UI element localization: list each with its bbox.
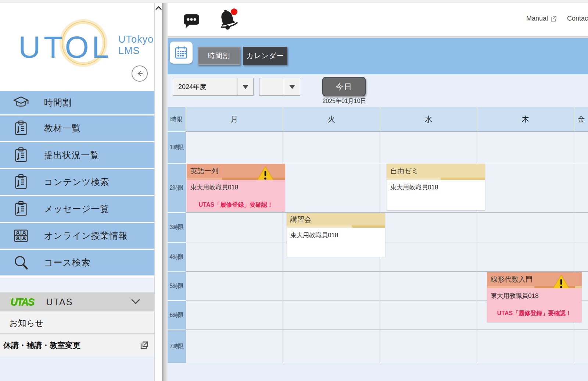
grid-cell[interactable] [477, 163, 574, 212]
sidebar-item-messages[interactable]: メッセージ一覧 [0, 196, 154, 222]
sidebar-item-label: 提出状況一覧 [44, 149, 99, 161]
course-card-seminar[interactable]: 講習会 東大用教職員018 [287, 213, 385, 257]
period-label: 4時限 [168, 242, 186, 271]
sidebar-item-notices[interactable]: お知らせ [0, 312, 154, 334]
grid-cell[interactable] [477, 132, 574, 163]
window-top-strip [0, 0, 588, 3]
grid-cell[interactable] [380, 242, 477, 271]
grid-cell[interactable] [283, 163, 380, 212]
sidebar-item-online-class-info[interactable]: オンライン授業情報 [0, 223, 154, 249]
sidebar-item-materials[interactable]: 教材一覧 [0, 115, 154, 141]
day-header-wed: 水 [380, 107, 477, 131]
grid-cell[interactable] [186, 300, 283, 330]
grid-cell[interactable] [380, 272, 477, 300]
grid-cell[interactable] [574, 213, 588, 242]
calendar-icon [175, 46, 188, 59]
term-select[interactable] [259, 78, 300, 96]
day-header-fri: 金 [574, 107, 588, 131]
clipboard-icon [12, 174, 29, 190]
clipboard-icon [12, 147, 29, 164]
calendar-view-button[interactable] [170, 42, 193, 64]
notification-bell-icon[interactable] [217, 8, 238, 31]
grid-cell[interactable] [477, 242, 574, 271]
clipboard-icon [12, 200, 29, 217]
grid-cell[interactable] [574, 163, 588, 212]
below-grid-area [168, 363, 588, 381]
utas-logo-icon: UTAS [10, 296, 34, 308]
clipboard-icon [12, 120, 29, 137]
grid-cell[interactable] [283, 272, 380, 300]
timetable-grid: 時限 月 火 水 木 金 1時限 2時限 3時限 4時限 5時限 6時限 7時限… [168, 107, 588, 363]
contact-link[interactable]: Contact [567, 15, 588, 22]
course-instructor: 東大用教職員018 [491, 292, 578, 300]
panel-divider-shadow [162, 3, 168, 381]
course-instructor: 東大用教職員018 [190, 183, 282, 192]
grid-cell[interactable] [380, 213, 477, 242]
year-select[interactable]: 2024年度 [173, 78, 254, 96]
utol-logo: UTOL UTokyo LMS [18, 26, 140, 66]
period-row-1: 1時限 [168, 131, 588, 163]
today-button[interactable]: 今日 [322, 77, 366, 96]
grid-cell[interactable] [574, 242, 588, 271]
manual-link[interactable]: Manual [526, 15, 557, 22]
sidebar-item-label: コース検索 [44, 257, 90, 268]
chat-bubble-icon[interactable] [183, 13, 200, 29]
sidebar-menu: 時間割 教材一覧 提出状況一覧 コンテンツ検索 メッセージ一覧 オンライン授業情… [0, 91, 154, 275]
grid-cell[interactable] [283, 330, 380, 363]
course-warning-text: UTAS「履修登録」要確認！ [187, 201, 285, 209]
period-label: 6時限 [168, 300, 186, 330]
sidebar-item-submission-status[interactable]: 提出状況一覧 [0, 142, 154, 168]
grid-cell[interactable] [380, 330, 477, 363]
arrow-left-icon [135, 69, 144, 78]
grid-cell[interactable] [283, 300, 380, 330]
sidebar-item-label: 時間割 [44, 97, 72, 108]
grid-cell[interactable] [380, 300, 477, 330]
grid-cell[interactable] [186, 132, 283, 163]
sidebar-spacer [0, 278, 154, 292]
tab-timetable[interactable]: 時間割 [198, 47, 240, 65]
current-date-label: 2025年01月10日 [315, 97, 374, 105]
sidebar-item-content-search[interactable]: コンテンツ検索 [0, 169, 154, 195]
dropdown-arrow-box [284, 78, 300, 95]
course-card-body: 東大用教職員018 [387, 180, 485, 210]
sidebar: UTOL UTokyo LMS 時間割 教材一覧 提出状況一覧 コンテンツ検索 … [0, 3, 154, 381]
grid-cell[interactable] [574, 330, 588, 363]
people-grid-icon [12, 227, 29, 244]
grid-cell[interactable] [186, 330, 283, 363]
period-label: 2時限 [168, 163, 186, 212]
external-link-icon [550, 15, 557, 22]
tab-calendar[interactable]: カレンダー [243, 47, 287, 65]
sidebar-item-course-search[interactable]: コース検索 [0, 250, 154, 275]
grid-cell[interactable] [477, 213, 574, 242]
course-card-free-seminar[interactable]: 自由ゼミ 東大用教職員018 [387, 164, 485, 210]
period-label: 7時限 [168, 330, 186, 363]
day-header-tue: 火 [283, 107, 380, 131]
course-card-linear-algebra[interactable]: 線形代数入門 東大用教職員018 UTAS「履修登録」要確認！ [487, 272, 582, 322]
grid-cell[interactable] [380, 132, 477, 163]
course-card-english[interactable]: 英語一列 東大用教職員018 UTAS「履修登録」要確認！ [187, 164, 285, 211]
graduation-cap-icon [12, 94, 29, 111]
sidebar-utas-section[interactable]: UTAS UTAS [0, 292, 154, 311]
sidebar-item-class-cancellation[interactable]: 休講・補講・教室変更 [0, 334, 154, 356]
notice-label: お知らせ [9, 317, 44, 329]
period-corner-header: 時限 [168, 107, 186, 131]
view-switch-band: 時間割 カレンダー [168, 38, 588, 74]
grid-cell[interactable] [186, 272, 283, 300]
grid-cell[interactable] [283, 132, 380, 163]
course-card-body: 東大用教職員018 [287, 228, 385, 257]
utas-label: UTAS [46, 297, 73, 307]
sidebar-collapse-button[interactable] [132, 65, 148, 82]
course-title: 講習会 [287, 213, 385, 225]
scroll-up-arrow-icon[interactable] [155, 4, 162, 12]
grid-cell[interactable] [574, 132, 588, 163]
sidebar-scrollbar[interactable] [154, 3, 162, 381]
sidebar-item-label: オンライン授業情報 [44, 230, 128, 242]
grid-cell[interactable] [186, 213, 283, 242]
sidebar-item-timetable[interactable]: 時間割 [0, 91, 154, 114]
grid-cell[interactable] [477, 330, 574, 363]
grid-cell[interactable] [186, 242, 283, 271]
header-divider [168, 36, 588, 38]
period-row-7: 7時限 [168, 330, 588, 363]
course-warning-text: UTAS「履修登録」要確認！ [487, 310, 582, 317]
day-header-thu: 木 [477, 107, 574, 131]
